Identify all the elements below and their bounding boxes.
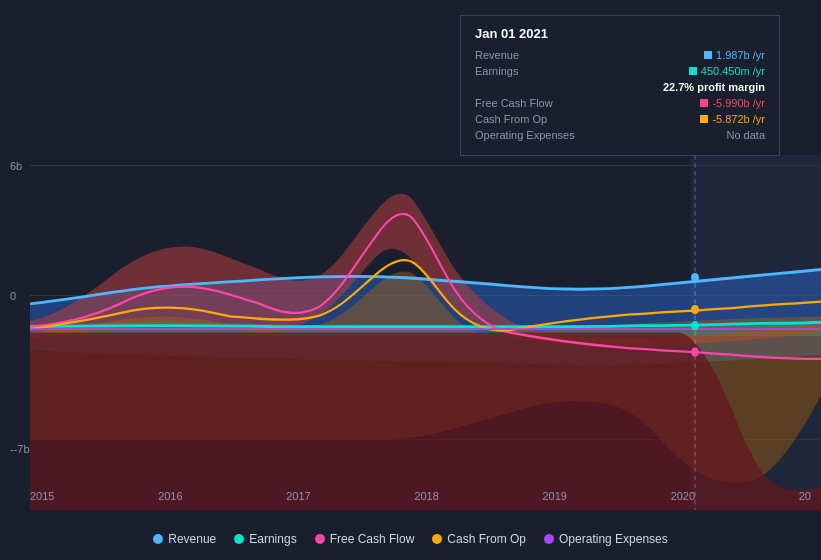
x-label-2020: 2020 [671,490,695,502]
legend-dot-cashfromop [432,534,442,544]
opex-value: No data [726,129,765,141]
fcf-value: -5.990b /yr [700,97,765,109]
tooltip-row-revenue: Revenue 1.987b /yr [475,49,765,61]
tooltip-row-margin: 22.7% profit margin [475,81,765,93]
fcf-dot [691,347,699,356]
legend-label-earnings: Earnings [249,532,296,546]
revenue-label: Revenue [475,49,595,61]
profit-margin-value: 22.7% profit margin [663,81,765,93]
earnings-dot [691,321,699,330]
x-label-2015: 2015 [30,490,54,502]
legend-dot-revenue [153,534,163,544]
revenue-dot [691,273,699,282]
legend-label-revenue: Revenue [168,532,216,546]
legend-item-cashfromop[interactable]: Cash From Op [432,532,526,546]
earnings-value: 450.450m /yr [689,65,765,77]
cashfromop-value: -5.872b /yr [700,113,765,125]
legend-label-opex: Operating Expenses [559,532,668,546]
cashfromop-dot [691,305,699,314]
tooltip-row-cashfromop: Cash From Op -5.872b /yr [475,113,765,125]
x-label-2019: 2019 [543,490,567,502]
legend-item-opex[interactable]: Operating Expenses [544,532,668,546]
legend-item-earnings[interactable]: Earnings [234,532,296,546]
legend-dot-earnings [234,534,244,544]
x-axis: 2015 2016 2017 2018 2019 2020 20 [30,490,821,502]
opex-label: Operating Expenses [475,129,595,141]
legend-dot-fcf [315,534,325,544]
fcf-label: Free Cash Flow [475,97,595,109]
tooltip-row-opex: Operating Expenses No data [475,129,765,141]
chart-legend: Revenue Earnings Free Cash Flow Cash Fro… [0,526,821,552]
legend-item-fcf[interactable]: Free Cash Flow [315,532,415,546]
legend-label-cashfromop: Cash From Op [447,532,526,546]
earnings-label: Earnings [475,65,595,77]
chart-area[interactable]: 6b 0 --7b [0,155,821,510]
x-label-2018: 2018 [414,490,438,502]
tooltip-title: Jan 01 2021 [475,26,765,41]
legend-label-fcf: Free Cash Flow [330,532,415,546]
x-label-2016: 2016 [158,490,182,502]
dark-red-area [30,333,821,511]
chart-tooltip: Jan 01 2021 Revenue 1.987b /yr Earnings … [460,15,780,156]
cashfromop-label: Cash From Op [475,113,595,125]
x-label-2017: 2017 [286,490,310,502]
chart-svg [0,155,821,510]
legend-item-revenue[interactable]: Revenue [153,532,216,546]
legend-dot-opex [544,534,554,544]
tooltip-row-fcf: Free Cash Flow -5.990b /yr [475,97,765,109]
tooltip-row-earnings: Earnings 450.450m /yr [475,65,765,77]
x-label-2021: 20 [799,490,811,502]
revenue-value: 1.987b /yr [704,49,765,61]
